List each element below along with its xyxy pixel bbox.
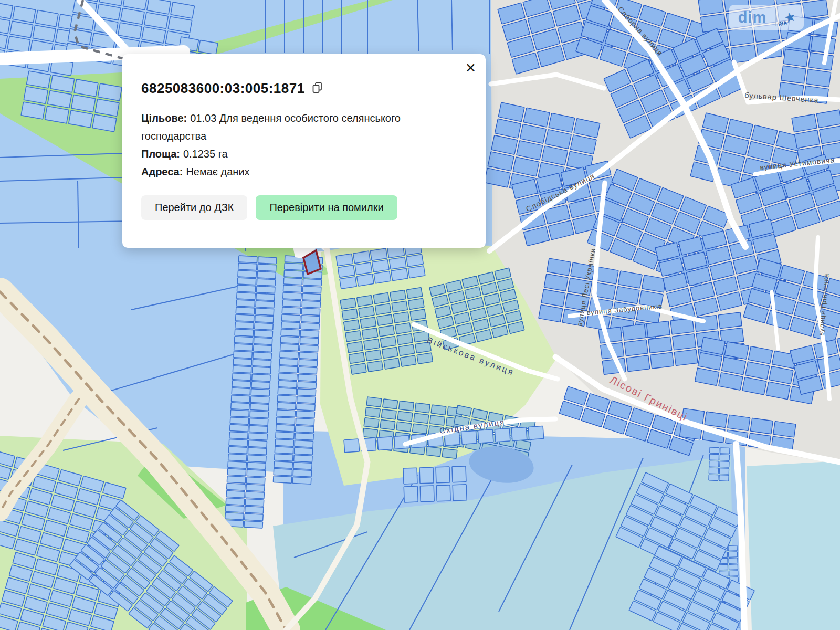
- parcel-fields: Цільове:01.03 Для ведення особистого сел…: [141, 109, 467, 181]
- close-icon[interactable]: ✕: [465, 61, 476, 75]
- check-errors-button[interactable]: Перевірити на помилки: [256, 195, 397, 220]
- goto-dzk-button[interactable]: Перейти до ДЗК: [141, 195, 247, 220]
- cadastral-number: 6825083600:03:005:1871: [141, 80, 305, 97]
- field-address: Адреса:Немає даних: [141, 163, 467, 181]
- copy-icon[interactable]: [312, 82, 322, 96]
- dim-logo: dim: [729, 9, 775, 26]
- ria-logo: ★ RIA: [775, 8, 804, 26]
- dim-ria-watermark: dim ★ RIA: [729, 5, 804, 30]
- field-purpose: Цільове:01.03 Для ведення особистого сел…: [141, 109, 467, 127]
- field-area: Площа:0.1235 га: [141, 145, 467, 163]
- field-purpose-cont: господарства: [141, 127, 467, 145]
- parcel-info-popup: ✕ 6825083600:03:005:1871 Цільове:01.03 Д…: [122, 54, 486, 248]
- map-zone: [747, 461, 840, 630]
